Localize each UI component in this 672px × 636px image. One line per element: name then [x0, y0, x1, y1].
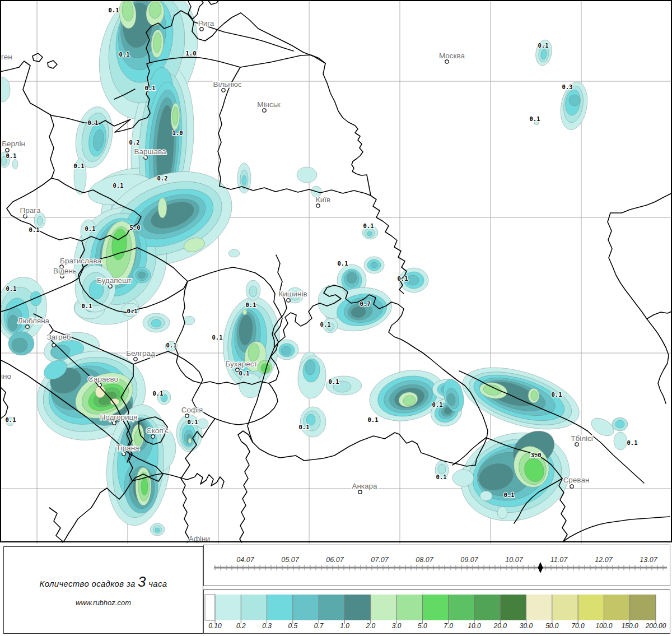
precip-contour: [452, 470, 474, 486]
precip-value-label: 0.1: [145, 85, 156, 91]
slider-date-label: 13.07: [640, 556, 657, 564]
city-label: Анкара: [352, 482, 377, 490]
precip-value-label: 0.1: [627, 439, 638, 446]
legend-tick-label: 30.0: [520, 622, 533, 630]
legend-panel: 0.100.20.30.50.71.02.03.05.07.010.020.03…: [203, 589, 670, 634]
precip-value-label: 0.1: [74, 163, 85, 169]
city-label: Тбілісі: [571, 434, 593, 443]
city-label: Сараєво: [88, 375, 118, 383]
precip-value-label: 0.1: [368, 416, 379, 423]
city-label: Варшава: [134, 147, 166, 156]
timeline-panel: 04.0705.0706.0707.0708.0709.0710.0711.07…: [203, 545, 670, 586]
legend-tick-label: 20.0: [493, 622, 507, 630]
city-label: Вільнюс: [213, 80, 241, 89]
city-marker: [575, 443, 578, 446]
city-marker: [222, 89, 225, 92]
legend-tick-label: 200.00: [645, 622, 666, 630]
precip-contour: [438, 464, 446, 474]
city-marker: [185, 414, 189, 417]
city-marker: [445, 60, 449, 63]
precip-value-label: 0.1: [113, 182, 124, 189]
city-label: Будапешт: [97, 276, 132, 285]
city-marker: [316, 204, 320, 207]
legend-cell: [344, 595, 370, 620]
precip-value-label: 0.1: [363, 222, 374, 229]
city-marker: [358, 490, 362, 494]
precip-contour: [151, 319, 161, 327]
precip-value-label: 0.1: [398, 275, 408, 282]
precip-contour: [249, 286, 257, 297]
precip-value-label: 0.1: [338, 260, 348, 267]
city-label: Тірана: [116, 444, 139, 452]
precip-contour: [228, 249, 240, 257]
precip-value-label: 0.1: [127, 308, 138, 314]
slider-date-label: 07.07: [371, 556, 389, 564]
precip-contour: [155, 528, 160, 532]
precip-contour: [138, 272, 146, 278]
precip-contour: [12, 159, 18, 169]
legend-cell: [241, 595, 267, 620]
precip-value-label: 0.3: [562, 83, 573, 90]
precip-value-label: 0.1: [166, 342, 177, 349]
legend-tick-label: 0.5: [288, 622, 298, 630]
legend-cell: [500, 595, 526, 620]
city-label: Загреб: [46, 333, 71, 341]
precip-value-label: 0.1: [320, 321, 331, 328]
precip-value-label: 0.1: [552, 391, 562, 398]
precip-value-label: 0.1: [119, 51, 130, 58]
precip-contour: [497, 507, 507, 519]
precip-value-label: 0.1: [530, 115, 540, 122]
legend-tick-label: 1.0: [340, 622, 349, 630]
precip-value-label: 0.1: [246, 301, 256, 308]
precip-value-label: 0.1: [88, 119, 99, 126]
precip-contour: [12, 338, 27, 352]
legend-tick-label: 7.0: [444, 622, 453, 630]
precip-value-label: 0.1: [109, 7, 119, 13]
legend-cell: [474, 595, 500, 620]
time-slider-marker[interactable]: [538, 562, 543, 573]
city-label: Кишинів: [278, 290, 307, 298]
precip-value-label: 0.1: [329, 378, 339, 385]
slider-date-label: 10.07: [505, 556, 523, 564]
legend-cell-empty: [205, 595, 215, 620]
precip-value-label: 0.1: [239, 370, 250, 377]
legend-cell: [630, 595, 656, 620]
city-marker: [24, 215, 27, 218]
legend-cell: [604, 595, 629, 620]
precip-value-label: 0.1: [436, 473, 447, 480]
precip-contour: [367, 231, 372, 236]
legend-tick-label: 100.0: [595, 622, 612, 630]
map-title: Количество осадков за 3 часа: [40, 573, 167, 591]
precipitation-map[interactable]: генРигаБерлінВаршаваВільнюсМінськМоскваК…: [0, 0, 672, 544]
precip-contour: [184, 316, 195, 325]
city-label: Скоп'є: [146, 426, 169, 435]
city-label: Мінськ: [257, 100, 280, 109]
city-label: Бухарест: [225, 360, 257, 368]
precip-value-label: 0.1: [153, 390, 164, 397]
slider-date-label: 06.07: [326, 556, 344, 564]
precip-contour: [242, 175, 246, 185]
slider-date-label: 12.07: [595, 556, 613, 564]
legend-cell: [396, 595, 422, 620]
city-marker: [6, 148, 9, 152]
city-label: Прага: [20, 206, 41, 215]
city-label: ген: [1, 53, 12, 61]
title-suffix: часа: [148, 579, 167, 588]
legend-tick-label: 5.0: [418, 622, 427, 630]
precip-contour: [30, 291, 41, 306]
time-slider[interactable]: 04.0705.0706.0707.0708.0709.0710.0711.07…: [204, 545, 670, 586]
legend-cell: [449, 595, 474, 620]
city-marker: [122, 452, 125, 456]
city-marker: [570, 485, 573, 488]
city-label: Відень: [53, 267, 77, 275]
precip-value-label: 0.1: [29, 226, 40, 233]
website-label: www.rubhoz.com: [76, 598, 131, 607]
precip-value-label: 0.7: [360, 300, 371, 307]
city-marker: [98, 383, 101, 387]
precip-value-label: 0.2: [129, 139, 140, 146]
precip-contour: [37, 216, 43, 225]
precip-value-label: 3.0: [531, 452, 542, 458]
precip-contour: [615, 420, 624, 428]
city-label: Белград: [126, 349, 155, 358]
city-label: Софія: [181, 406, 203, 414]
